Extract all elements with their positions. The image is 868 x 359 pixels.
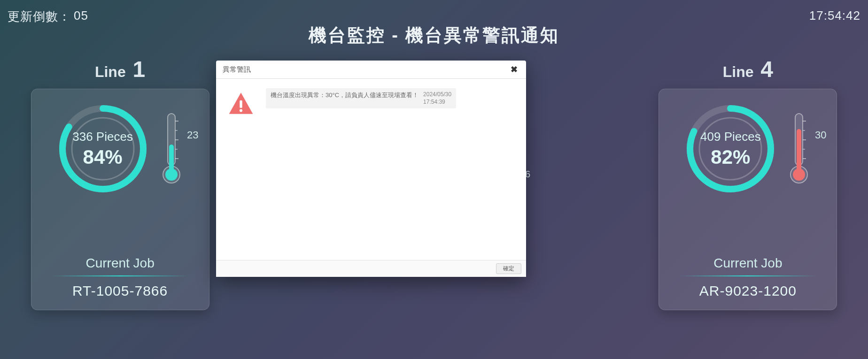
dialog-footer: 確定	[216, 260, 526, 277]
percent-value: 84%	[83, 146, 123, 168]
svg-rect-24	[240, 100, 242, 108]
thermometer-icon: 23	[158, 107, 185, 191]
gauge-row: 336 Pieces 84% 23	[56, 102, 185, 196]
countdown-label: 更新倒數：	[8, 8, 71, 25]
line-label: Line 4	[659, 56, 837, 82]
warning-icon	[227, 90, 255, 117]
line-number: 1	[133, 57, 146, 82]
line-number: 4	[760, 57, 773, 82]
gauge-row: 409 Pieces 82% 30	[683, 102, 812, 196]
pieces-count: 409 Pieces	[700, 130, 761, 144]
percent-value: 82%	[711, 146, 750, 168]
svg-rect-17	[797, 129, 801, 173]
update-countdown: 更新倒數： 05	[8, 8, 88, 25]
job-block: Current Job AR-9023-1200	[668, 256, 828, 299]
line-column: Line 4 409 Pieces 82% 30 Current Job AR-…	[659, 56, 837, 310]
job-id: RT-1005-7866	[40, 283, 200, 299]
alert-row: 機台溫度出現異常：30°C，請負責人儘速至現場查看！ 2024/05/30 17…	[227, 88, 515, 117]
alert-time: 17:54:39	[423, 99, 445, 105]
line-label: Line 1	[31, 56, 209, 82]
line-prefix: Line	[95, 63, 126, 80]
job-block: Current Job RT-1005-7866	[40, 256, 200, 299]
svg-point-25	[240, 109, 242, 112]
current-job-label: Current Job	[668, 256, 828, 271]
alert-message-wrap: 機台溫度出現異常：30°C，請負責人儘速至現場查看！ 2024/05/30 17…	[266, 88, 456, 108]
close-icon[interactable]: ✖	[509, 64, 519, 75]
job-id: AR-9023-1200	[668, 283, 828, 299]
page-title: 機台監控 - 機台異常警訊通知	[0, 23, 868, 47]
divider	[679, 275, 816, 276]
machine-card: 336 Pieces 84% 23 Current Job RT-1005-78…	[31, 89, 209, 310]
line-column: Line 1 336 Pieces 84% 23 Current Job RT-…	[31, 56, 209, 310]
pieces-count: 336 Pieces	[72, 130, 133, 144]
countdown-value: 05	[74, 8, 88, 25]
svg-point-6	[165, 168, 178, 181]
ok-button[interactable]: 確定	[496, 263, 521, 274]
dialog-header: 異常警訊 ✖	[216, 61, 526, 79]
top-bar: 更新倒數： 05 17:54:42	[8, 8, 860, 25]
alert-timestamp: 2024/05/30 17:54:39	[423, 91, 451, 106]
divider	[51, 275, 188, 276]
progress-gauge: 336 Pieces 84%	[56, 102, 150, 196]
line-prefix: Line	[723, 63, 754, 80]
dialog-body: 機台溫度出現異常：30°C，請負責人儘速至現場查看！ 2024/05/30 17…	[216, 79, 526, 260]
current-job-label: Current Job	[40, 256, 200, 271]
alert-message-box: 機台溫度出現異常：30°C，請負責人儘速至現場查看！ 2024/05/30 17…	[266, 88, 456, 108]
dialog-title: 異常警訊	[223, 65, 251, 74]
clock: 17:54:42	[809, 8, 860, 25]
alert-message: 機台溫度出現異常：30°C，請負責人儘速至現場查看！	[271, 91, 418, 99]
temperature-value: 30	[815, 129, 826, 141]
temperature-value: 23	[187, 129, 198, 141]
progress-gauge: 409 Pieces 82%	[683, 102, 777, 196]
machine-card: 409 Pieces 82% 30 Current Job AR-9023-12…	[659, 89, 837, 310]
svg-point-18	[793, 168, 805, 181]
alert-dialog: 異常警訊 ✖ 機台溫度出現異常：30°C，請負責人儘速至現場查看！ 2024/0…	[216, 61, 526, 277]
thermometer-icon: 30	[786, 107, 812, 191]
alert-date: 2024/05/30	[423, 91, 451, 98]
